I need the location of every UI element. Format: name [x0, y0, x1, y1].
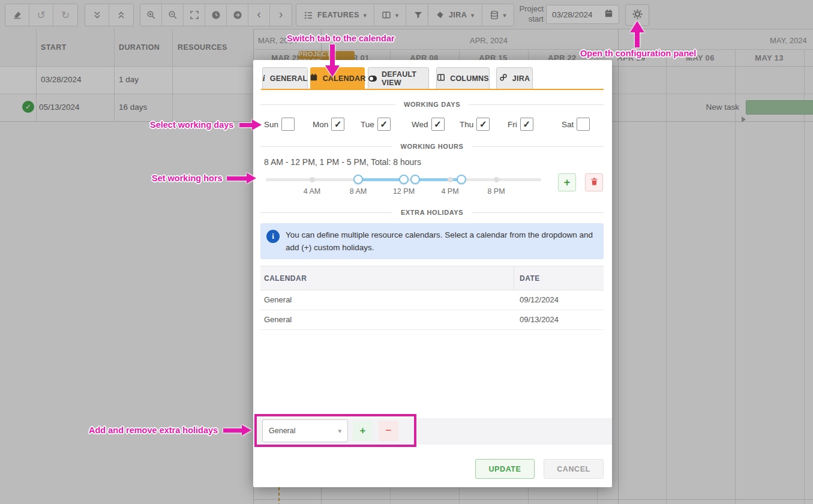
- working-day-mon: Mon✓: [313, 118, 344, 131]
- slider-tick-label: 8 AM: [340, 187, 376, 196]
- tab-underline: [261, 89, 604, 90]
- add-hours-range-button[interactable]: +: [558, 173, 576, 191]
- tab-jira[interactable]: JIRA: [496, 67, 533, 89]
- delete-hours-range-button[interactable]: [585, 173, 603, 191]
- working-day-fri: Fri✓: [508, 118, 533, 131]
- slider-tick-label: 4 AM: [294, 187, 330, 196]
- checkbox-sun[interactable]: [281, 118, 295, 131]
- checkbox-sat[interactable]: [577, 118, 590, 131]
- info-icon: i: [263, 74, 265, 83]
- annotation-select-days: Select working days: [150, 120, 233, 130]
- hours-slider-range-1: [358, 178, 404, 181]
- hours-slider-range-2: [415, 178, 461, 181]
- section-extra-holidays: EXTRA HOLIDAYS: [260, 209, 604, 216]
- toggle-icon: [368, 76, 377, 82]
- calendar-icon: [310, 73, 318, 83]
- checkbox-wed[interactable]: ✓: [431, 118, 445, 131]
- hours-slider-handle-5pm[interactable]: [457, 175, 466, 184]
- update-button[interactable]: UPDATE: [475, 459, 535, 479]
- trash-icon: [590, 177, 599, 188]
- section-working-hours: WORKING HOURS: [260, 143, 604, 150]
- info-icon: i: [266, 230, 280, 243]
- holiday-row[interactable]: General 09/13/2024: [260, 310, 604, 330]
- working-hours-summary: 8 AM - 12 PM, 1 PM - 5 PM, Total: 8 hour…: [264, 157, 421, 167]
- slider-tick-label: 4 PM: [432, 187, 468, 196]
- tab-columns[interactable]: COLUMNS: [436, 67, 490, 89]
- hours-slider-handle-8am[interactable]: [353, 175, 363, 184]
- checkbox-thu[interactable]: ✓: [476, 118, 490, 131]
- annotation-switch-tab: Switch tab to the calendar: [287, 34, 395, 43]
- slider-dot: [494, 177, 499, 182]
- working-day-sun: Sun: [264, 118, 295, 131]
- info-banner: i You can define multiple resource calen…: [260, 223, 604, 259]
- columns-icon: [437, 73, 445, 83]
- holiday-row[interactable]: General 09/12/2024: [260, 290, 604, 310]
- working-day-thu: Thu✓: [460, 118, 490, 131]
- annotation-set-hours: Set working hors: [152, 173, 223, 183]
- slider-dot: [448, 177, 453, 182]
- slider-dot: [310, 177, 315, 182]
- checkbox-mon[interactable]: ✓: [331, 118, 344, 131]
- annotation-add-remove: Add and remove extra holidays: [89, 425, 218, 435]
- checkbox-fri[interactable]: ✓: [520, 118, 533, 131]
- info-text: You can define multiple resource calenda…: [286, 229, 598, 254]
- section-working-days: WORKING DAYS: [260, 101, 604, 108]
- annotation-highlight-box: [254, 414, 416, 447]
- tab-default-view[interactable]: DEFAULT VIEW: [368, 67, 429, 89]
- tab-general[interactable]: i GENERAL: [262, 67, 308, 89]
- working-day-sat: Sat: [562, 118, 590, 131]
- holidays-col-date[interactable]: DATE: [520, 274, 540, 283]
- hours-slider-handle-1pm[interactable]: [410, 175, 420, 184]
- working-day-tue: Tue✓: [361, 118, 391, 131]
- holidays-col-calendar[interactable]: CALENDAR: [264, 274, 307, 283]
- app-screenshot: ↺ ↻ ‹ › FEATURES ▾: [0, 0, 813, 504]
- link-icon: [499, 73, 508, 83]
- slider-tick-label: 12 PM: [386, 187, 422, 196]
- slider-tick-label: 8 PM: [478, 187, 514, 196]
- hours-slider-handle-12pm[interactable]: [399, 175, 409, 184]
- cancel-button[interactable]: CANCEL: [544, 459, 604, 479]
- annotation-open-config: Open th configuration panel: [580, 49, 696, 58]
- holidays-table-header: CALENDAR DATE: [260, 266, 604, 290]
- working-day-wed: Wed✓: [412, 118, 445, 131]
- checkbox-tue[interactable]: ✓: [377, 118, 391, 131]
